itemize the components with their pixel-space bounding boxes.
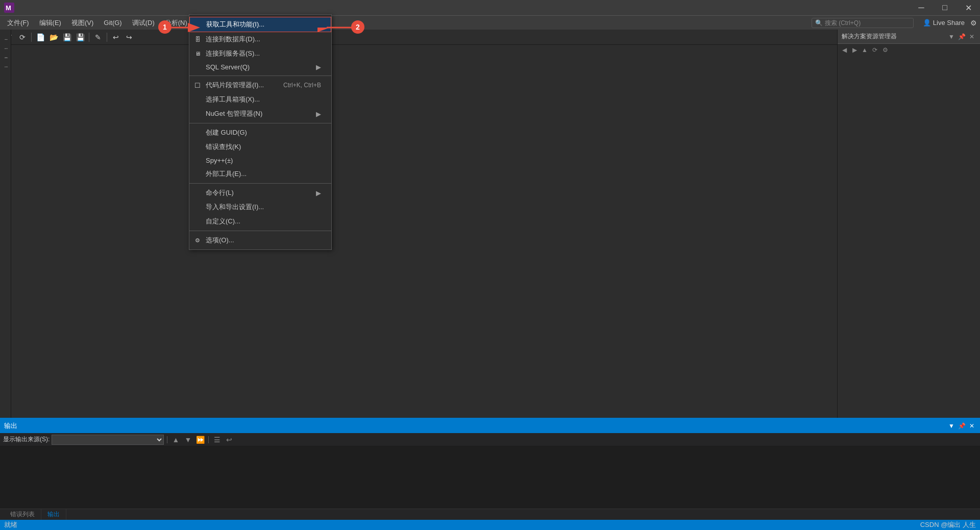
user-settings-icon[interactable]: ⚙: [969, 18, 978, 28]
solution-panel-title: 解决方案资源管理器: [842, 32, 945, 41]
connect-db-label: 连接到数据库(D)...: [206, 35, 260, 44]
toolbar-edit-btn[interactable]: ✎: [92, 31, 104, 43]
menu-options[interactable]: ⚙ 选项(O)...: [189, 233, 331, 247]
menu-choose-toolbox[interactable]: 选择工具箱项(X)...: [189, 92, 331, 107]
title-bar: M ─ □ ✕: [0, 0, 980, 15]
sql-submenu-arrow-icon: ▶: [316, 63, 321, 71]
menu-cmdline[interactable]: 命令行(L) ▶: [189, 186, 331, 200]
annotation-1: 1: [158, 20, 172, 34]
menu-spy[interactable]: Spy++(±): [189, 154, 331, 167]
menu-error-find[interactable]: 错误查找(K): [189, 140, 331, 154]
output-content: [0, 446, 980, 450]
output-bottom-tabs: 错误列表 输出: [0, 509, 980, 520]
solution-panel-pin-icon[interactable]: 📌: [958, 33, 966, 41]
code-snippet-label: 代码片段管理器(I)...: [206, 81, 264, 90]
search-box[interactable]: 🔍: [812, 18, 914, 28]
solution-sync-btn[interactable]: ⟳: [870, 45, 879, 55]
output-close-icon[interactable]: ✕: [968, 422, 976, 430]
menu-external-tools[interactable]: 外部工具(E)...: [189, 167, 331, 181]
solution-forward-btn[interactable]: ▶: [850, 45, 859, 55]
error-find-label: 错误查找(K): [206, 142, 241, 152]
output-source-select[interactable]: [52, 435, 164, 445]
status-ready: 就绪: [4, 520, 17, 529]
gear-icon: ⚙: [193, 237, 202, 244]
toolbar-undo-btn[interactable]: ↩: [110, 31, 122, 43]
output-next-icon[interactable]: ⏩: [195, 435, 205, 445]
create-guid-label: 创建 GUID(G): [206, 128, 247, 137]
toolbar-open-btn[interactable]: 📂: [47, 31, 60, 43]
tab-output[interactable]: 输出: [41, 509, 66, 520]
tools-dropdown-menu: 获取工具和功能(I)... 🗄 连接到数据库(D)... 🖥 连接到服务器(S)…: [189, 14, 332, 250]
solution-panel-toolbar: ◀ ▶ ▲ ⟳ ⚙: [838, 44, 980, 56]
tab-errors[interactable]: 错误列表: [4, 509, 41, 520]
connect-server-label: 连接到服务器(S)...: [206, 49, 260, 58]
toolbar-save-btn[interactable]: 💾: [61, 31, 73, 43]
status-bar: 就绪 CSDN @编出 人生: [0, 520, 980, 530]
cmdline-submenu-arrow-icon: ▶: [316, 189, 321, 197]
code-snippet-shortcut: Ctrl+K, Ctrl+B: [283, 82, 321, 89]
menu-connect-db[interactable]: 🗄 连接到数据库(D)...: [189, 32, 331, 46]
maximize-button[interactable]: □: [933, 0, 957, 15]
minimize-button[interactable]: ─: [910, 0, 933, 15]
output-expand-icon[interactable]: ▼: [947, 422, 955, 430]
spy-label: Spy++(±): [206, 157, 233, 164]
dropdown-sep-2: [189, 123, 331, 123]
output-up-icon[interactable]: ▲: [170, 435, 181, 445]
solution-panel-expand-icon[interactable]: ▼: [947, 33, 955, 41]
menu-import-export[interactable]: 导入和导出设置(I)...: [189, 200, 331, 214]
menu-edit[interactable]: 编辑(E): [34, 16, 66, 30]
nuget-label: NuGet 包管理器(N): [206, 109, 262, 118]
menu-view[interactable]: 视图(V): [66, 16, 99, 30]
toolbar-redo-btn[interactable]: ↪: [123, 31, 135, 43]
search-input[interactable]: [825, 19, 906, 27]
toolbar-save-all-btn[interactable]: 💾: [74, 31, 86, 43]
output-header: 输出 ▼ 📌 ✕: [0, 419, 980, 433]
menu-customize[interactable]: 自定义(C)...: [189, 214, 331, 229]
output-pin-icon[interactable]: 📌: [958, 422, 966, 430]
server-icon: 🖥: [193, 51, 202, 57]
sidebar-icon-3: 工具箱: [1, 50, 11, 58]
menu-file[interactable]: 文件(F): [2, 16, 34, 30]
menu-debug[interactable]: 调试(D): [127, 16, 160, 30]
solution-settings-icon[interactable]: ⚙: [880, 45, 890, 55]
search-icon: 🔍: [815, 19, 823, 27]
arrow-2: [327, 22, 357, 33]
code-snippet-checkbox: ☐: [193, 82, 202, 89]
output-down-icon[interactable]: ▼: [183, 435, 193, 445]
import-export-label: 导入和导出设置(I)...: [206, 203, 264, 212]
menu-code-snippet[interactable]: ☐ 代码片段管理器(I)... Ctrl+K, Ctrl+B: [189, 78, 331, 92]
output-wrap-icon[interactable]: ↩: [224, 435, 234, 445]
solution-panel-close-icon[interactable]: ✕: [968, 33, 976, 41]
output-source-label: 显示输出来源(S):: [3, 435, 50, 444]
menu-nuget[interactable]: NuGet 包管理器(N) ▶: [189, 107, 331, 121]
options-label: 选项(O)...: [206, 236, 234, 245]
menu-git[interactable]: Git(G): [99, 16, 127, 30]
sql-server-label: SQL Server(Q): [206, 63, 250, 71]
sidebar-icon-4: 属性: [1, 59, 11, 67]
output-panel: 输出 ▼ 📌 ✕ 显示输出来源(S): ▲ ▼ ⏩ ☰ ↩ 错误列表 输出: [0, 418, 980, 520]
customize-label: 自定义(C)...: [206, 217, 240, 226]
live-share-button[interactable]: 👤 Live Share: [919, 18, 969, 28]
solution-up-btn[interactable]: ▲: [860, 45, 869, 55]
menu-sql-server[interactable]: SQL Server(Q) ▶: [189, 61, 331, 73]
close-button[interactable]: ✕: [957, 0, 980, 15]
output-list-icon[interactable]: ☰: [212, 435, 222, 445]
svg-text:M: M: [6, 4, 11, 12]
cmdline-label: 命令行(L): [206, 188, 234, 197]
menu-get-tools[interactable]: 获取工具和功能(I)...: [189, 17, 331, 32]
live-share-icon: 👤: [923, 19, 931, 27]
external-tools-label: 外部工具(E)...: [206, 169, 247, 179]
menu-connect-server[interactable]: 🖥 连接到服务器(S)...: [189, 46, 331, 61]
dropdown-sep-3: [189, 183, 331, 184]
output-sep1: [167, 436, 167, 443]
toolbar-separator2: [89, 33, 89, 42]
choose-toolbox-label: 选择工具箱项(X)...: [206, 95, 260, 104]
toolbar-forward-btn[interactable]: ⟳: [16, 31, 29, 43]
output-title: 输出: [4, 421, 945, 431]
arrow-1: [172, 22, 202, 33]
get-tools-label: 获取工具和功能(I)...: [206, 20, 264, 29]
solution-back-btn[interactable]: ◀: [840, 45, 849, 55]
toolbar-new-btn[interactable]: 📄: [34, 31, 46, 43]
output-sep2: [208, 436, 209, 443]
menu-create-guid[interactable]: 创建 GUID(G): [189, 125, 331, 140]
